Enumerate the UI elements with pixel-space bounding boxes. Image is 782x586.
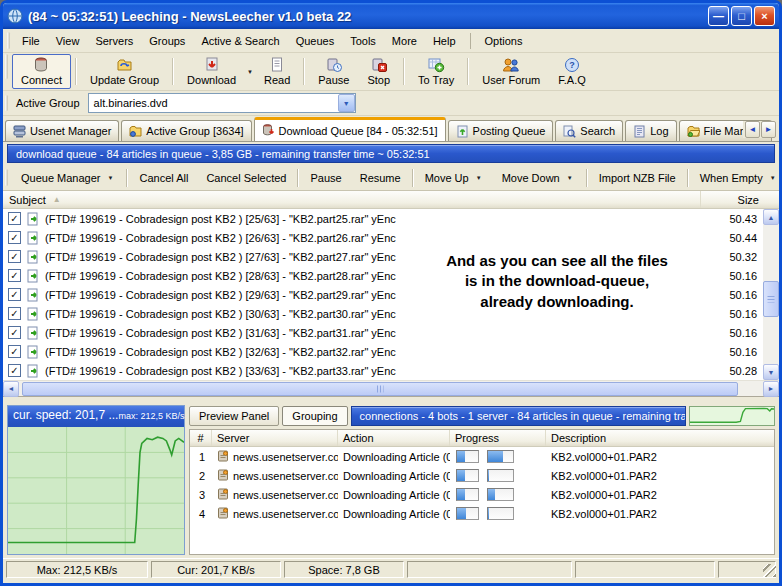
queue-row[interactable]: ✓(FTD# 199619 - Cobradesign post KB2 ) [… <box>3 342 763 361</box>
toolbar-separator <box>297 169 299 187</box>
row-checkbox[interactable]: ✓ <box>8 288 21 301</box>
connection-row[interactable]: 3 news.usenetserver.com Downloading Arti… <box>190 485 774 504</box>
description-column-header[interactable]: Description <box>546 430 774 446</box>
queue-row[interactable]: ✓(FTD# 199619 - Cobradesign post KB2 ) [… <box>3 228 763 247</box>
row-checkbox[interactable]: ✓ <box>8 307 21 320</box>
panel-splitter[interactable] <box>3 397 779 405</box>
pause-button[interactable]: Pause <box>309 54 358 89</box>
tab-scroll-left-button[interactable]: ◄ <box>745 121 760 138</box>
menu-file[interactable]: File <box>14 32 48 50</box>
row-checkbox[interactable]: ✓ <box>8 345 21 358</box>
download-dropdown-icon[interactable]: ▼ <box>247 69 253 75</box>
menu-queues[interactable]: Queues <box>288 32 343 50</box>
toolbar-grip[interactable] <box>5 169 8 187</box>
menu-servers[interactable]: Servers <box>87 32 141 50</box>
menu-more[interactable]: More <box>384 32 425 50</box>
resume-queue-button[interactable]: Resume <box>351 168 410 188</box>
download-button[interactable]: Download <box>178 54 245 89</box>
faq-button[interactable]: ? F.A.Q <box>549 54 595 89</box>
menu-active-search[interactable]: Active & Search <box>193 32 287 50</box>
to-tray-button[interactable]: To Tray <box>409 54 463 89</box>
row-checkbox[interactable]: ✓ <box>8 326 21 339</box>
user-forum-button[interactable]: User Forum <box>473 54 549 89</box>
row-checkbox[interactable]: ✓ <box>8 250 21 263</box>
connect-button[interactable]: Connect <box>12 54 71 89</box>
cancel-all-button[interactable]: Cancel All <box>130 168 197 188</box>
preview-panel-button[interactable]: Preview Panel <box>189 406 279 426</box>
vertical-scroll-thumb[interactable] <box>763 281 779 317</box>
article-icon <box>26 326 40 340</box>
import-nzb-button[interactable]: Import NZB File <box>590 168 685 188</box>
stop-button[interactable]: Stop <box>358 54 399 89</box>
queue-row[interactable]: ✓(FTD# 199619 - Cobradesign post KB2 ) [… <box>3 323 763 342</box>
preview-panel-label: Preview Panel <box>199 410 269 422</box>
scroll-up-button[interactable]: ▲ <box>763 209 779 225</box>
close-button[interactable]: × <box>754 6 775 26</box>
progress-cell <box>450 469 546 482</box>
toolbar-separator <box>412 169 414 187</box>
scroll-down-button[interactable]: ▼ <box>763 364 779 380</box>
combo-dropdown-button[interactable]: ▼ <box>338 94 355 112</box>
title-bar[interactable]: (84 ~ 05:32:51) Leeching - NewsLeecher v… <box>3 3 779 29</box>
cancel-selected-button[interactable]: Cancel Selected <box>197 168 295 188</box>
queue-row[interactable]: ✓(FTD# 199619 - Cobradesign post KB2 ) [… <box>3 361 763 380</box>
move-up-button[interactable]: Move Up ▼ <box>416 168 493 188</box>
menu-tools[interactable]: Tools <box>342 32 384 50</box>
row-checkbox[interactable]: ✓ <box>8 269 21 282</box>
tab-usenet-manager[interactable]: Usenet Manager <box>5 120 119 141</box>
action-cell: Downloading Article (03... <box>338 451 450 463</box>
grouping-button[interactable]: Grouping <box>282 406 347 426</box>
menu-groups[interactable]: Groups <box>141 32 193 50</box>
toolbar-grip[interactable] <box>5 54 8 79</box>
connection-row[interactable]: 4 news.usenetserver.com Downloading Arti… <box>190 504 774 523</box>
when-empty-button[interactable]: When Empty ▼ <box>691 168 782 188</box>
subject-column-header[interactable]: Subject ▲ <box>3 191 701 208</box>
menu-options[interactable]: Options <box>477 32 531 50</box>
read-button[interactable]: Read <box>255 54 299 89</box>
num-column-header[interactable]: # <box>190 430 212 446</box>
menu-help[interactable]: Help <box>425 32 464 50</box>
tab-label: Download Queue [84 - 05:32:51] <box>279 125 438 137</box>
row-checkbox[interactable]: ✓ <box>8 364 21 377</box>
size-column-header[interactable]: Size <box>701 191 779 208</box>
horizontal-scroll-thumb[interactable] <box>22 382 738 396</box>
queue-manager-button[interactable]: Queue Manager ▼ <box>12 168 124 188</box>
grouping-label: Grouping <box>292 410 337 422</box>
toolbar-grip[interactable] <box>5 95 8 112</box>
speed-line <box>8 437 184 542</box>
queue-row[interactable]: ✓(FTD# 199619 - Cobradesign post KB2 ) [… <box>3 209 763 228</box>
tab-scroll-right-button[interactable]: ► <box>761 121 776 138</box>
minimize-button[interactable]: — <box>708 6 729 26</box>
vertical-scrollbar[interactable]: ▲ ▼ <box>763 209 779 380</box>
maximize-button[interactable]: □ <box>731 6 752 26</box>
faq-icon: ? <box>563 57 581 73</box>
toolbar-grip[interactable] <box>7 32 10 48</box>
progress-column-header[interactable]: Progress <box>450 430 546 446</box>
pause-queue-button[interactable]: Pause <box>301 168 350 188</box>
server-column-header[interactable]: Server <box>212 430 338 446</box>
horizontal-scrollbar[interactable]: ◄ ► <box>3 380 779 396</box>
article-icon <box>26 288 40 302</box>
tab-posting-queue[interactable]: Posting Queue <box>448 120 554 141</box>
scroll-right-button[interactable]: ► <box>763 381 779 397</box>
action-column-header[interactable]: Action <box>338 430 450 446</box>
menu-view[interactable]: View <box>48 32 88 50</box>
connections-info-bar: connections - 4 bots - 1 server - 84 art… <box>351 406 686 426</box>
tab-search[interactable]: Search <box>555 120 623 141</box>
move-down-button[interactable]: Move Down ▼ <box>493 168 584 188</box>
menu-bar: File View Servers Groups Active & Search… <box>3 29 779 53</box>
row-checkbox[interactable]: ✓ <box>8 212 21 225</box>
connection-row[interactable]: 2 news.usenetserver.com Downloading Arti… <box>190 466 774 485</box>
main-tab-bar: Usenet Manager Active Group [3634] Downl… <box>3 116 779 142</box>
newsleecher-window: (84 ~ 05:32:51) Leeching - NewsLeecher v… <box>0 0 782 586</box>
tab-log[interactable]: Log <box>625 120 676 141</box>
row-checkbox[interactable]: ✓ <box>8 231 21 244</box>
resize-grip[interactable] <box>763 564 776 577</box>
scroll-left-button[interactable]: ◄ <box>3 381 19 397</box>
tab-active-group[interactable]: Active Group [3634] <box>121 120 251 141</box>
connection-row[interactable]: 1 news.usenetserver.com Downloading Arti… <box>190 447 774 466</box>
tab-download-queue[interactable]: Download Queue [84 - 05:32:51] <box>254 117 446 141</box>
update-group-button[interactable]: Update Group <box>81 54 168 89</box>
sort-asc-icon: ▲ <box>53 195 61 204</box>
active-group-combobox[interactable]: alt.binaries.dvd ▼ <box>88 93 356 113</box>
